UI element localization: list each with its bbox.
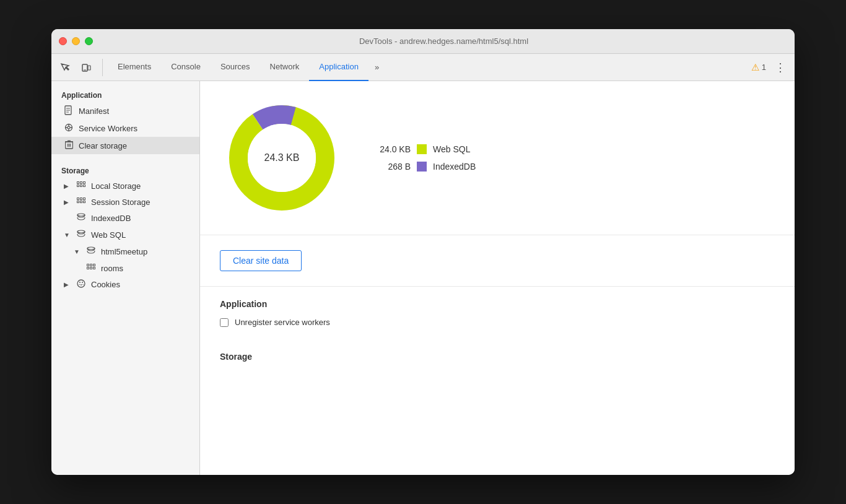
sidebar-item-web-sql[interactable]: ▼ Web SQL bbox=[51, 227, 199, 243]
svg-point-44 bbox=[79, 284, 79, 285]
unregister-sw-label: Unregister service workers bbox=[235, 318, 330, 327]
svg-point-32 bbox=[77, 230, 85, 233]
legend-item-indexeddb: 268 B IndexedDB bbox=[373, 162, 476, 172]
tab-network[interactable]: Network bbox=[260, 54, 310, 81]
minimize-button[interactable] bbox=[72, 37, 80, 45]
cookies-expand[interactable]: ▶ bbox=[64, 281, 71, 288]
warning-icon: ⚠ bbox=[751, 62, 759, 73]
svg-rect-34 bbox=[87, 264, 89, 266]
sidebar-item-rooms[interactable]: rooms bbox=[51, 260, 199, 276]
svg-rect-19 bbox=[77, 182, 79, 184]
html5meetup-label: html5meetup bbox=[101, 247, 147, 256]
svg-rect-25 bbox=[77, 198, 79, 200]
svg-rect-28 bbox=[77, 201, 79, 203]
svg-rect-22 bbox=[77, 185, 79, 187]
more-options[interactable]: ⋮ bbox=[771, 61, 790, 74]
svg-rect-26 bbox=[81, 198, 82, 200]
indexeddb-icon bbox=[76, 213, 86, 224]
clear-site-data-button[interactable]: Clear site data bbox=[220, 250, 302, 271]
toolbar-icons bbox=[56, 59, 103, 76]
sidebar-item-service-workers[interactable]: Service Workers bbox=[51, 120, 199, 137]
app-section-title: Application bbox=[51, 86, 199, 102]
websql-size: 24.0 KB bbox=[373, 144, 411, 154]
application-section: Application Unregister service workers bbox=[200, 287, 795, 339]
svg-rect-27 bbox=[84, 198, 85, 200]
cookies-icon bbox=[76, 279, 86, 290]
svg-rect-30 bbox=[84, 201, 85, 203]
html5meetup-icon bbox=[86, 246, 96, 257]
rooms-label: rooms bbox=[101, 264, 123, 273]
clear-storage-label: Clear storage bbox=[79, 141, 127, 150]
session-storage-label: Session Storage bbox=[91, 198, 150, 207]
service-workers-icon bbox=[64, 123, 74, 134]
indexeddb-size: 268 B bbox=[373, 162, 411, 172]
websql-color bbox=[417, 144, 427, 154]
inspect-icon[interactable] bbox=[56, 59, 74, 76]
content-area: Application Manifest bbox=[51, 81, 795, 475]
svg-point-43 bbox=[81, 284, 82, 285]
svg-rect-24 bbox=[84, 185, 85, 187]
manifest-label: Manifest bbox=[79, 106, 109, 116]
sidebar-item-html5meetup[interactable]: ▼ html5meetup bbox=[51, 243, 199, 260]
unregister-sw-checkbox[interactable] bbox=[220, 318, 229, 327]
application-heading: Application bbox=[220, 299, 775, 309]
clear-storage-icon bbox=[64, 140, 74, 151]
local-storage-label: Local Storage bbox=[91, 181, 141, 191]
rooms-icon bbox=[86, 263, 96, 273]
warning-badge[interactable]: ⚠ 1 bbox=[751, 62, 766, 73]
devtools-window: DevTools - andrew.hedges.name/html5/sql.… bbox=[51, 29, 795, 475]
session-storage-expand[interactable]: ▶ bbox=[64, 199, 71, 206]
svg-rect-21 bbox=[84, 182, 85, 184]
svg-rect-36 bbox=[94, 264, 95, 266]
tab-sources[interactable]: Sources bbox=[211, 54, 260, 81]
sidebar-item-indexeddb[interactable]: IndexedDB bbox=[51, 210, 199, 227]
service-workers-label: Service Workers bbox=[79, 124, 137, 133]
tab-elements[interactable]: Elements bbox=[108, 54, 161, 81]
sidebar-item-manifest[interactable]: Manifest bbox=[51, 102, 199, 120]
svg-rect-23 bbox=[81, 185, 82, 187]
sidebar-item-session-storage[interactable]: ▶ Session Storage bbox=[51, 194, 199, 210]
chart-legend: 24.0 KB Web SQL 268 B IndexedDB bbox=[373, 144, 476, 172]
websql-name: Web SQL bbox=[433, 144, 470, 154]
sidebar-item-clear-storage[interactable]: Clear storage bbox=[51, 137, 199, 154]
main-content: 24.3 KB 24.0 KB Web SQL 268 B IndexedDB bbox=[200, 81, 795, 475]
storage-section-title: Storage bbox=[51, 162, 199, 178]
svg-point-42 bbox=[82, 282, 83, 283]
svg-rect-1 bbox=[88, 66, 90, 70]
titlebar: DevTools - andrew.hedges.name/html5/sql.… bbox=[51, 29, 795, 54]
toolbar-right: ⚠ 1 ⋮ bbox=[751, 61, 790, 74]
web-sql-icon bbox=[76, 230, 86, 240]
close-button[interactable] bbox=[59, 37, 67, 45]
svg-point-45 bbox=[82, 284, 83, 285]
svg-point-8 bbox=[68, 126, 70, 129]
tab-console[interactable]: Console bbox=[161, 54, 211, 81]
web-sql-expand[interactable]: ▼ bbox=[64, 232, 71, 238]
chart-center-label: 24.3 KB bbox=[264, 152, 300, 163]
tab-application[interactable]: Application bbox=[309, 54, 368, 81]
maximize-button[interactable] bbox=[85, 37, 93, 45]
chart-section: 24.3 KB 24.0 KB Web SQL 268 B IndexedDB bbox=[200, 81, 795, 235]
device-icon[interactable] bbox=[77, 59, 95, 76]
local-storage-icon bbox=[76, 181, 86, 191]
sidebar-item-cookies[interactable]: ▶ Cookies bbox=[51, 276, 199, 293]
more-tabs[interactable]: » bbox=[368, 54, 385, 81]
svg-rect-37 bbox=[87, 267, 89, 269]
donut-chart: 24.3 KB bbox=[220, 96, 344, 220]
traffic-lights bbox=[59, 37, 93, 45]
svg-rect-35 bbox=[90, 264, 92, 266]
svg-rect-39 bbox=[94, 267, 95, 269]
web-sql-label: Web SQL bbox=[91, 230, 126, 240]
legend-item-websql: 24.0 KB Web SQL bbox=[373, 144, 476, 154]
cookies-label: Cookies bbox=[91, 280, 120, 289]
local-storage-expand[interactable]: ▶ bbox=[64, 183, 71, 189]
storage-heading: Storage bbox=[200, 339, 795, 362]
svg-point-40 bbox=[77, 280, 85, 287]
svg-rect-38 bbox=[90, 267, 92, 269]
sidebar-item-local-storage[interactable]: ▶ Local Storage bbox=[51, 178, 199, 194]
unregister-sw-item: Unregister service workers bbox=[220, 318, 775, 327]
svg-rect-20 bbox=[81, 182, 82, 184]
manifest-icon bbox=[64, 105, 74, 117]
html5meetup-expand[interactable]: ▼ bbox=[74, 248, 81, 255]
svg-point-33 bbox=[87, 247, 95, 250]
session-storage-icon bbox=[76, 197, 86, 207]
